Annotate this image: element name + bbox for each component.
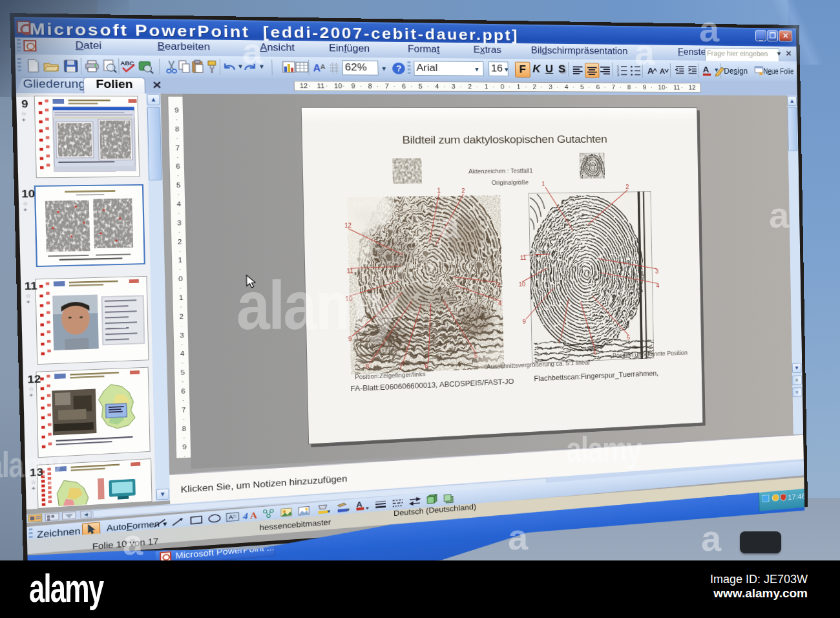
svg-text:8: 8 [366,363,370,370]
svg-text:1: 1 [541,181,545,187]
svg-text:3: 3 [655,268,658,274]
svg-text:A: A [229,514,233,520]
svg-text:4: 4 [242,511,249,521]
svg-text:4: 4 [656,283,659,289]
svg-text:10: 10 [519,281,526,288]
svg-text:1: 1 [437,187,441,194]
svg-text:▾: ▾ [347,506,350,513]
svg-text:A: A [703,65,709,74]
svg-text:3: 3 [497,282,501,288]
svg-text:7: 7 [399,365,403,371]
svg-text:9: 9 [523,319,527,325]
svg-text:A: A [320,63,325,70]
svg-text:6: 6 [425,363,428,369]
svg-text:3: 3 [617,72,620,77]
svg-text:▾: ▾ [366,505,369,511]
svg-text:A: A [250,510,258,520]
svg-text:2: 2 [625,184,629,190]
svg-text:?: ? [396,64,402,73]
svg-text:12: 12 [344,222,352,229]
svg-text:6: 6 [593,350,596,356]
svg-text:5: 5 [627,335,630,341]
svg-text:11: 11 [520,255,527,261]
svg-text:2: 2 [461,187,465,194]
svg-text:▾: ▾ [328,508,331,515]
svg-text:4: 4 [498,301,502,307]
svg-text:5: 5 [474,353,478,359]
svg-text:7: 7 [558,339,562,345]
svg-text:A: A [660,67,666,76]
